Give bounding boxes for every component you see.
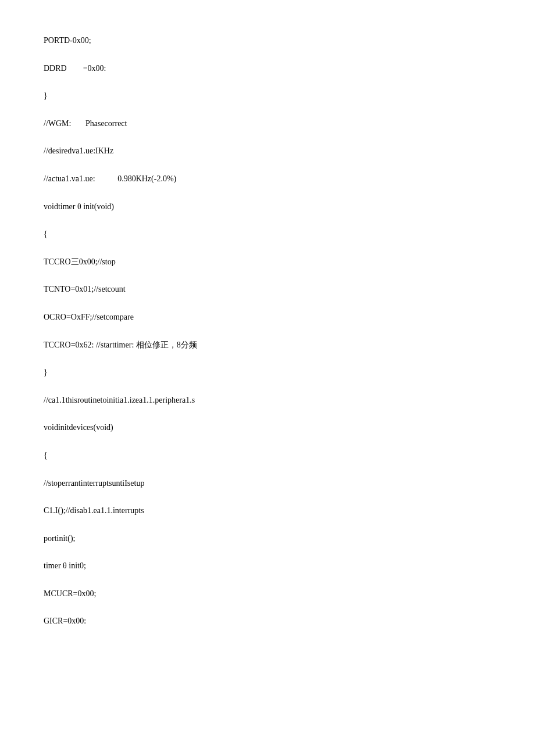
- code-line: //desiredva1.ue:IKHz: [44, 145, 491, 157]
- code-line: C1.I();//disab1.ea1.1.interrupts: [44, 505, 491, 517]
- code-line: }: [44, 90, 491, 102]
- code-line: //actua1.va1.ue: 0.980KHz(-2.0%): [44, 173, 491, 185]
- code-line: //WGM: Phasecorrect: [44, 118, 491, 130]
- code-line: TCCRO三0x00;//stop: [44, 256, 491, 268]
- code-line: voidtimer θ init(void): [44, 201, 491, 213]
- code-line: OCRO=OxFF;//setcompare: [44, 311, 491, 323]
- code-line: PORTD-0x00;: [44, 35, 491, 46]
- code-block: PORTD-0x00; DDRD =0x00: } //WGM: Phaseco…: [44, 35, 491, 627]
- code-line: portinit();: [44, 533, 491, 544]
- code-line: //ca1.1thisroutinetoinitia1.izea1.1.peri…: [44, 395, 491, 406]
- code-line: {: [44, 450, 491, 461]
- code-line: {: [44, 228, 491, 240]
- code-line: GICR=0x00:: [44, 615, 491, 627]
- code-line: DDRD =0x00:: [44, 63, 491, 74]
- code-line: timer θ init0;: [44, 560, 491, 572]
- code-line: TCNTO=0x01;//setcount: [44, 284, 491, 295]
- code-line: MCUCR=0x00;: [44, 588, 491, 600]
- code-line: voidinitdevices(void): [44, 422, 491, 433]
- code-line: //stoperrantinterruptsuntiIsetup: [44, 478, 491, 489]
- code-line: TCCRO=0x62: //starttimer: 相位修正，8分频: [44, 339, 491, 351]
- code-line: }: [44, 367, 491, 378]
